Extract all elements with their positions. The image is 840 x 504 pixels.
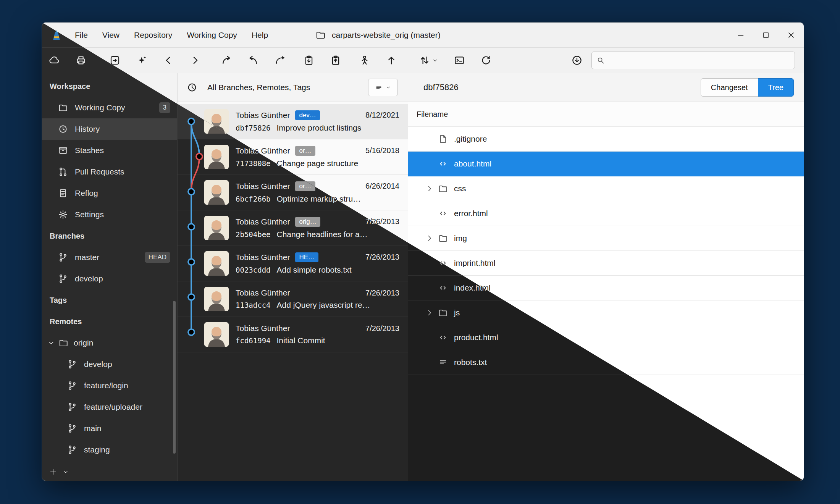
maximize-button[interactable] xyxy=(753,23,779,47)
chevron-down-icon[interactable] xyxy=(47,339,55,347)
sidebar-remote-origin[interactable]: origin xyxy=(42,332,177,354)
stash-apply-button[interactable] xyxy=(326,51,346,69)
clipboard-up-icon xyxy=(330,55,341,66)
titlebar: File View Repository Working Copy Help c… xyxy=(42,23,804,48)
changeset-view-button[interactable]: Changeset xyxy=(701,78,758,97)
text-file-icon xyxy=(438,357,448,367)
branches-section-header: Branches xyxy=(42,225,177,247)
cherry-pick-button[interactable] xyxy=(270,51,290,69)
sidebar: Workspace Working Copy 3 History Stashes… xyxy=(42,73,178,481)
add-repository-button[interactable] xyxy=(49,468,57,476)
send-arrow-icon xyxy=(274,55,286,66)
menu-help[interactable]: Help xyxy=(252,31,268,40)
undo-button[interactable] xyxy=(243,51,263,69)
file-row-gitignore[interactable]: .gitignore xyxy=(408,127,804,152)
commit-date: 7/26/2013 xyxy=(365,253,399,262)
sidebar-item-reflog[interactable]: Reflog xyxy=(42,183,177,204)
commit-message: Initial Commit xyxy=(277,336,325,345)
commit-date: 7/26/2013 xyxy=(365,324,399,333)
sidebar-remote-branch-feature-uploader[interactable]: feature/uploader xyxy=(42,396,177,418)
branch-label: feature/login xyxy=(84,381,128,390)
sidebar-branch-develop[interactable]: develop xyxy=(42,268,177,289)
file-name: about.html xyxy=(454,159,491,168)
branch-label: develop xyxy=(84,360,112,369)
menubar: File View Repository Working Copy Help xyxy=(75,31,268,40)
forward-button[interactable] xyxy=(185,51,205,69)
sidebar-item-stashes[interactable]: Stashes xyxy=(42,140,177,161)
chevron-down-icon[interactable] xyxy=(63,469,69,475)
archive-icon xyxy=(58,145,68,155)
menu-view[interactable]: View xyxy=(102,31,120,40)
chevron-right-icon[interactable] xyxy=(425,308,434,317)
minimize-button[interactable] xyxy=(728,23,753,47)
commit-hash: 2b504bee xyxy=(236,230,271,239)
sidebar-item-label: Pull Requests xyxy=(75,167,124,176)
folder-icon xyxy=(438,233,448,243)
back-button[interactable] xyxy=(158,51,178,69)
menu-repository[interactable]: Repository xyxy=(134,31,172,40)
stash-save-button[interactable] xyxy=(299,51,319,69)
commit-row[interactable]: Tobias Günther HE… 7/26/2013 0023cddd Ad… xyxy=(178,246,408,281)
commit-author: Tobias Günther xyxy=(236,111,290,120)
folder-icon xyxy=(58,103,68,113)
avatar xyxy=(204,322,229,347)
sidebar-item-settings[interactable]: Settings xyxy=(42,204,177,225)
folder-row-css[interactable]: css xyxy=(408,176,804,201)
branch-label: main xyxy=(84,424,102,433)
menu-file[interactable]: File xyxy=(75,31,88,40)
file-row-error-html[interactable]: error.html xyxy=(408,201,804,226)
pull-button[interactable] xyxy=(355,51,375,69)
branch-badge: or… xyxy=(295,146,315,156)
chevron-right-icon[interactable] xyxy=(425,184,434,193)
branch-icon xyxy=(67,423,77,433)
checkout-button[interactable] xyxy=(216,51,236,69)
push-button[interactable] xyxy=(381,51,401,69)
compare-branches-button[interactable] xyxy=(414,51,443,69)
gear-icon xyxy=(58,210,68,220)
tree-view-button[interactable]: Tree xyxy=(758,78,794,97)
menu-working-copy[interactable]: Working Copy xyxy=(187,31,237,40)
commit-message: Change page structure xyxy=(277,159,359,168)
commit-date: 8/12/2021 xyxy=(365,111,399,120)
window-title: carparts-website_orig (master) xyxy=(315,30,441,40)
file-row-imprint-html[interactable]: imprint.html xyxy=(408,251,804,276)
sidebar-branch-master[interactable]: master HEAD xyxy=(42,247,177,268)
file-name: css xyxy=(454,184,466,193)
branch-label: staging xyxy=(84,445,110,454)
folder-row-img[interactable]: img xyxy=(408,226,804,251)
sidebar-remote-branch-develop[interactable]: develop xyxy=(42,354,177,375)
sidebar-remote-branch-staging[interactable]: staging xyxy=(42,439,177,460)
search-input[interactable] xyxy=(591,52,795,69)
branch-icon xyxy=(67,402,77,412)
download-button[interactable] xyxy=(567,51,587,69)
chevron-spacer xyxy=(425,333,434,342)
clock-icon xyxy=(58,124,68,134)
quick-actions-button[interactable] xyxy=(132,51,152,69)
clipboard-down-icon xyxy=(303,55,315,66)
commit-hash: 7173808e xyxy=(236,159,271,168)
sidebar-item-working-copy[interactable]: Working Copy 3 xyxy=(42,97,177,118)
refresh-button[interactable] xyxy=(476,51,496,69)
print-button[interactable] xyxy=(71,51,91,69)
working-copy-count-badge: 3 xyxy=(159,102,170,113)
terminal-button[interactable] xyxy=(449,51,469,69)
commit-row[interactable]: Tobias Günther 7/26/2013 fcd61994 Initia… xyxy=(178,317,408,352)
branch-icon xyxy=(67,445,77,455)
sidebar-item-pull-requests[interactable]: Pull Requests xyxy=(42,161,177,183)
head-badge: HEAD xyxy=(145,252,170,263)
code-icon xyxy=(438,283,448,293)
sidebar-remote-branch-main[interactable]: main xyxy=(42,418,177,439)
sidebar-scrollbar[interactable] xyxy=(173,301,176,454)
close-button[interactable] xyxy=(779,23,804,47)
sidebar-item-history[interactable]: History xyxy=(42,118,177,140)
chevron-right-icon[interactable] xyxy=(425,234,434,243)
arrow-out-icon xyxy=(221,55,232,66)
file-row-about-html[interactable]: about.html xyxy=(408,152,804,176)
history-options-button[interactable] xyxy=(368,79,398,96)
commit-hash: 6bcf266b xyxy=(236,195,271,203)
chevron-spacer xyxy=(425,159,434,168)
remotes-section-header: Remotes xyxy=(42,311,177,332)
commit-row[interactable]: Tobias Günther 7/26/2013 113adcc4 Add jQ… xyxy=(178,281,408,317)
cloud-button[interactable] xyxy=(44,51,64,69)
sidebar-remote-branch-feature-login[interactable]: feature/login xyxy=(42,375,177,396)
